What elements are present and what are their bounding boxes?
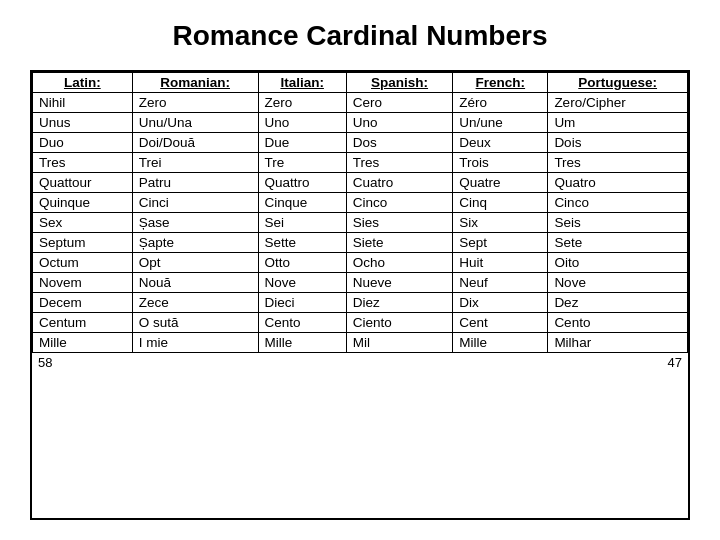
page-number-left: 58: [38, 355, 52, 370]
cell-0-1: Zero: [132, 93, 258, 113]
cell-1-4: Un/une: [453, 113, 548, 133]
table-row: CentumO sutăCentoCientoCentCento: [33, 313, 688, 333]
table-header: Latin:Romanian:Italian:Spanish:French:Po…: [33, 73, 688, 93]
cell-4-3: Cuatro: [346, 173, 452, 193]
cell-2-3: Dos: [346, 133, 452, 153]
cell-7-0: Septum: [33, 233, 133, 253]
cell-0-0: Nihil: [33, 93, 133, 113]
cell-2-4: Deux: [453, 133, 548, 153]
cell-3-2: Tre: [258, 153, 346, 173]
table-row: QuinqueCinciCinqueCincoCinqCinco: [33, 193, 688, 213]
cell-0-4: Zéro: [453, 93, 548, 113]
col-header-4: French:: [453, 73, 548, 93]
col-header-0: Latin:: [33, 73, 133, 93]
cell-0-2: Zero: [258, 93, 346, 113]
table-body: NihilZeroZeroCeroZéroZero/CipherUnusUnu/…: [33, 93, 688, 353]
cell-6-4: Six: [453, 213, 548, 233]
cell-9-5: Nove: [548, 273, 688, 293]
cell-6-5: Seis: [548, 213, 688, 233]
table-row: DecemZeceDieciDiezDixDez: [33, 293, 688, 313]
cell-7-1: Șapte: [132, 233, 258, 253]
cell-7-2: Sette: [258, 233, 346, 253]
cell-5-1: Cinci: [132, 193, 258, 213]
page-number-right: 47: [668, 355, 682, 370]
cell-12-4: Mille: [453, 333, 548, 353]
cell-9-3: Nueve: [346, 273, 452, 293]
table-row: UnusUnu/UnaUnoUnoUn/uneUm: [33, 113, 688, 133]
cell-2-1: Doi/Două: [132, 133, 258, 153]
table-footer: 58 47: [32, 353, 688, 372]
page-title: Romance Cardinal Numbers: [30, 20, 690, 52]
col-header-5: Portuguese:: [548, 73, 688, 93]
table-row: SexȘaseSeiSiesSixSeis: [33, 213, 688, 233]
cell-1-5: Um: [548, 113, 688, 133]
cell-10-3: Diez: [346, 293, 452, 313]
cell-5-4: Cinq: [453, 193, 548, 213]
cell-6-1: Șase: [132, 213, 258, 233]
cell-9-0: Novem: [33, 273, 133, 293]
cell-3-3: Tres: [346, 153, 452, 173]
cell-2-2: Due: [258, 133, 346, 153]
cell-1-2: Uno: [258, 113, 346, 133]
cell-5-5: Cinco: [548, 193, 688, 213]
table-row: DuoDoi/DouăDueDosDeuxDois: [33, 133, 688, 153]
cell-4-5: Quatro: [548, 173, 688, 193]
table-row: OctumOptOttoOchoHuitOito: [33, 253, 688, 273]
cell-12-3: Mil: [346, 333, 452, 353]
cell-6-3: Sies: [346, 213, 452, 233]
table-wrapper: Latin:Romanian:Italian:Spanish:French:Po…: [30, 70, 690, 520]
table-row: MilleI mieMilleMilMilleMilhar: [33, 333, 688, 353]
cell-11-2: Cento: [258, 313, 346, 333]
cell-12-5: Milhar: [548, 333, 688, 353]
cell-11-1: O sută: [132, 313, 258, 333]
cell-10-0: Decem: [33, 293, 133, 313]
table-row: NihilZeroZeroCeroZéroZero/Cipher: [33, 93, 688, 113]
cell-9-2: Nove: [258, 273, 346, 293]
header-row: Latin:Romanian:Italian:Spanish:French:Po…: [33, 73, 688, 93]
cell-12-0: Mille: [33, 333, 133, 353]
cell-1-0: Unus: [33, 113, 133, 133]
cell-0-5: Zero/Cipher: [548, 93, 688, 113]
cell-1-1: Unu/Una: [132, 113, 258, 133]
table-row: TresTreiTreTresTroisTres: [33, 153, 688, 173]
table-row: QuattourPatruQuattroCuatroQuatreQuatro: [33, 173, 688, 193]
col-header-2: Italian:: [258, 73, 346, 93]
cell-9-1: Nouă: [132, 273, 258, 293]
cell-11-4: Cent: [453, 313, 548, 333]
cell-10-1: Zece: [132, 293, 258, 313]
table-row: SeptumȘapteSetteSieteSeptSete: [33, 233, 688, 253]
cell-7-4: Sept: [453, 233, 548, 253]
cell-1-3: Uno: [346, 113, 452, 133]
cell-10-5: Dez: [548, 293, 688, 313]
cell-4-2: Quattro: [258, 173, 346, 193]
cell-11-3: Ciento: [346, 313, 452, 333]
cell-7-5: Sete: [548, 233, 688, 253]
cell-12-2: Mille: [258, 333, 346, 353]
cell-6-2: Sei: [258, 213, 346, 233]
cell-9-4: Neuf: [453, 273, 548, 293]
cell-10-4: Dix: [453, 293, 548, 313]
cell-8-4: Huit: [453, 253, 548, 273]
col-header-3: Spanish:: [346, 73, 452, 93]
cell-2-5: Dois: [548, 133, 688, 153]
cell-5-0: Quinque: [33, 193, 133, 213]
cell-5-2: Cinque: [258, 193, 346, 213]
cell-8-3: Ocho: [346, 253, 452, 273]
col-header-1: Romanian:: [132, 73, 258, 93]
cell-12-1: I mie: [132, 333, 258, 353]
cell-11-0: Centum: [33, 313, 133, 333]
table-row: NovemNouăNoveNueveNeufNove: [33, 273, 688, 293]
cell-7-3: Siete: [346, 233, 452, 253]
cell-8-1: Opt: [132, 253, 258, 273]
cell-3-5: Tres: [548, 153, 688, 173]
cell-8-5: Oito: [548, 253, 688, 273]
cell-6-0: Sex: [33, 213, 133, 233]
cell-4-1: Patru: [132, 173, 258, 193]
main-table: Latin:Romanian:Italian:Spanish:French:Po…: [32, 72, 688, 353]
cell-3-4: Trois: [453, 153, 548, 173]
cell-10-2: Dieci: [258, 293, 346, 313]
cell-4-4: Quatre: [453, 173, 548, 193]
cell-3-1: Trei: [132, 153, 258, 173]
cell-8-2: Otto: [258, 253, 346, 273]
cell-8-0: Octum: [33, 253, 133, 273]
